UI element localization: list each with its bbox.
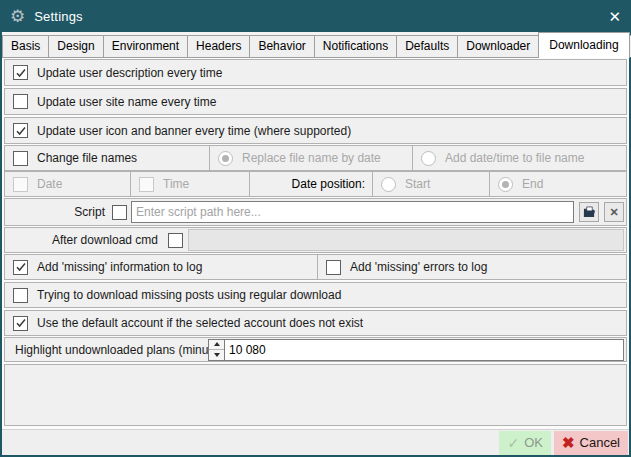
time-cell: Time <box>131 172 250 196</box>
change-file-names-label[interactable]: Change file names <box>37 151 137 165</box>
replace-by-date-label: Replace file name by date <box>242 151 381 165</box>
add-missing-errors-label[interactable]: Add 'missing' errors to log <box>350 260 487 274</box>
tab-downloader[interactable]: Downloader <box>457 35 539 57</box>
start-label: Start <box>405 177 430 191</box>
row-highlight-plans: Highlight undownloaded plans (minutes) <box>4 337 627 362</box>
after-download-cmd-label: After download cmd <box>5 233 158 247</box>
script-path-input[interactable] <box>131 201 574 223</box>
open-folder-icon <box>583 206 596 218</box>
downloading-tab-page: Update user description every time Updat… <box>2 58 629 429</box>
change-file-names-cell: Change file names <box>5 146 210 170</box>
row-date-time-position: Date Time Date position: Start End <box>4 171 627 197</box>
row-update-description: Update user description every time <box>4 59 627 86</box>
footer-bar: ✓ OK ✖ Cancel <box>2 429 629 455</box>
settings-window: ⚙ Settings ✕ Basis Design Environment He… <box>0 0 631 457</box>
end-cell: End <box>490 172 626 196</box>
start-cell: Start <box>373 172 490 196</box>
update-description-checkbox[interactable] <box>13 65 28 80</box>
minutes-value-input[interactable] <box>224 339 624 361</box>
row-change-file-names: Change file names Replace file name by d… <box>4 145 627 171</box>
check-icon <box>15 317 27 329</box>
trying-download-label[interactable]: Trying to download missing posts using r… <box>37 288 341 302</box>
spinner-down-button[interactable] <box>209 350 224 360</box>
replace-by-date-cell: Replace file name by date <box>210 146 413 170</box>
tab-environment[interactable]: Environment <box>103 35 188 57</box>
date-cell: Date <box>5 172 131 196</box>
update-icon-banner-label[interactable]: Update user icon and banner every time (… <box>37 124 351 138</box>
missing-errors-cell: Add 'missing' errors to log <box>318 255 626 279</box>
window-title: Settings <box>34 9 83 24</box>
end-radio <box>498 177 513 192</box>
gear-icon: ⚙ <box>10 8 25 25</box>
row-use-default-account: Use the default account if the selected … <box>4 310 627 336</box>
update-icon-banner-checkbox[interactable] <box>13 123 28 138</box>
after-download-cmd-input <box>188 229 624 251</box>
row-update-site-name: Update user site name every time <box>4 88 627 115</box>
time-label: Time <box>163 177 189 191</box>
highlight-plans-label: Highlight undownloaded plans (minutes) <box>5 343 208 357</box>
use-default-account-label[interactable]: Use the default account if the selected … <box>37 316 363 330</box>
update-description-label[interactable]: Update user description every time <box>37 66 222 80</box>
row-script: Script ✕ <box>4 198 627 226</box>
after-download-cmd-checkbox[interactable] <box>168 233 183 248</box>
tab-design[interactable]: Design <box>48 35 103 57</box>
trying-download-checkbox[interactable] <box>13 288 28 303</box>
tab-downloading[interactable]: Downloading <box>538 32 629 58</box>
use-default-account-checkbox[interactable] <box>13 316 28 331</box>
start-radio <box>381 177 396 192</box>
date-label: Date <box>37 177 62 191</box>
update-site-name-label[interactable]: Update user site name every time <box>37 95 216 109</box>
browse-folder-button[interactable] <box>579 202 599 222</box>
time-checkbox <box>139 177 154 192</box>
cancel-x-icon: ✖ <box>562 434 575 452</box>
row-trying-download-missing: Trying to download missing posts using r… <box>4 282 627 308</box>
check-icon <box>15 125 27 137</box>
check-icon <box>15 67 27 79</box>
clear-script-button[interactable]: ✕ <box>604 202 624 222</box>
ok-check-icon: ✓ <box>507 435 519 451</box>
tab-headers[interactable]: Headers <box>187 35 250 57</box>
close-icon[interactable]: ✕ <box>591 9 621 24</box>
row-after-download-cmd: After download cmd <box>4 227 627 253</box>
spinner-up-button[interactable] <box>209 340 224 351</box>
add-datetime-radio <box>421 151 436 166</box>
arrow-up-icon <box>214 342 220 346</box>
arrow-down-icon <box>214 353 220 357</box>
tab-basis[interactable]: Basis <box>2 35 49 57</box>
row-missing-logs: Add 'missing' information to log Add 'mi… <box>4 254 627 280</box>
date-checkbox <box>13 177 28 192</box>
ok-button[interactable]: ✓ OK <box>499 431 551 455</box>
add-missing-info-checkbox[interactable] <box>13 260 28 275</box>
change-file-names-checkbox[interactable] <box>13 151 28 166</box>
end-label: End <box>522 177 543 191</box>
script-checkbox[interactable] <box>112 205 127 220</box>
check-icon <box>15 261 27 273</box>
tab-notifications[interactable]: Notifications <box>314 35 397 57</box>
update-site-name-checkbox[interactable] <box>13 94 28 109</box>
ok-button-label: OK <box>524 435 543 450</box>
script-label: Script <box>5 205 105 219</box>
add-datetime-cell: Add date/time to file name <box>413 146 626 170</box>
empty-panel <box>4 364 627 426</box>
add-datetime-label: Add date/time to file name <box>445 151 584 165</box>
add-missing-errors-checkbox[interactable] <box>326 260 341 275</box>
missing-info-cell: Add 'missing' information to log <box>5 255 318 279</box>
row-update-icon-banner: Update user icon and banner every time (… <box>4 117 627 144</box>
cancel-button-label: Cancel <box>580 435 620 450</box>
tab-strip: Basis Design Environment Headers Behavio… <box>2 32 629 58</box>
date-position-label: Date position: <box>292 177 365 191</box>
date-position-cell: Date position: <box>250 172 373 196</box>
tab-defaults[interactable]: Defaults <box>396 35 458 57</box>
tab-behavior[interactable]: Behavior <box>249 35 314 57</box>
replace-by-date-radio <box>218 151 233 166</box>
add-missing-info-label[interactable]: Add 'missing' information to log <box>37 260 202 274</box>
minutes-spinner <box>208 339 225 361</box>
cancel-button[interactable]: ✖ Cancel <box>554 431 628 455</box>
title-bar[interactable]: ⚙ Settings ✕ <box>0 0 631 32</box>
